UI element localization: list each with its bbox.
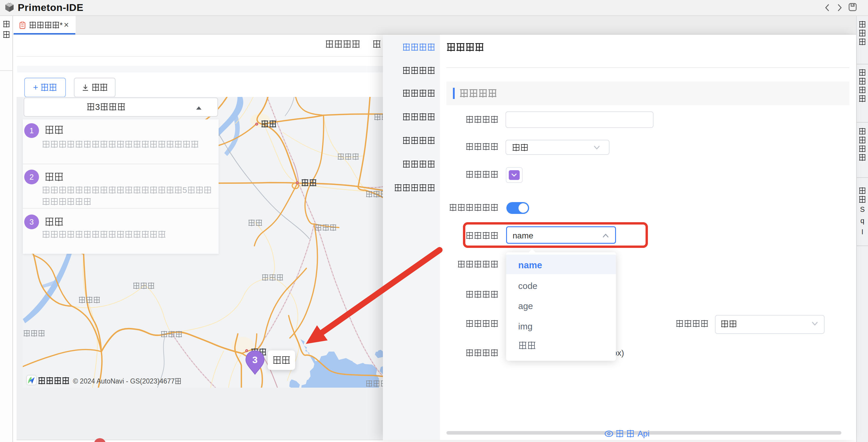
svg-text:3: 3 xyxy=(252,354,258,365)
